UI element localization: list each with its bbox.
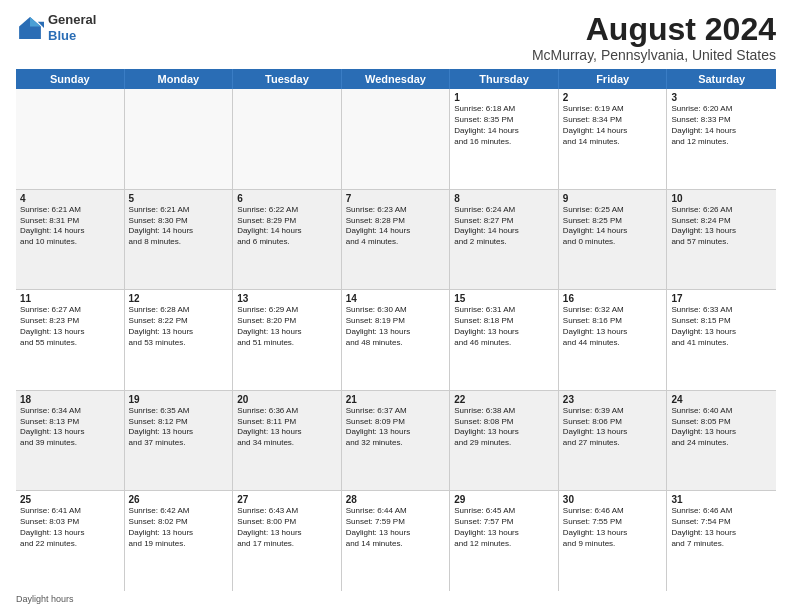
calendar-cell-day-23: 23Sunrise: 6:39 AM Sunset: 8:06 PM Dayli… [559,391,668,491]
day-info: Sunrise: 6:38 AM Sunset: 8:08 PM Dayligh… [454,406,554,449]
day-number: 6 [237,193,337,204]
calendar-cell-day-5: 5Sunrise: 6:21 AM Sunset: 8:30 PM Daylig… [125,190,234,290]
calendar-cell-day-19: 19Sunrise: 6:35 AM Sunset: 8:12 PM Dayli… [125,391,234,491]
day-info: Sunrise: 6:21 AM Sunset: 8:30 PM Dayligh… [129,205,229,248]
day-number: 28 [346,494,446,505]
calendar-cell-day-7: 7Sunrise: 6:23 AM Sunset: 8:28 PM Daylig… [342,190,451,290]
day-info: Sunrise: 6:44 AM Sunset: 7:59 PM Dayligh… [346,506,446,549]
day-number: 22 [454,394,554,405]
calendar-cell-day-25: 25Sunrise: 6:41 AM Sunset: 8:03 PM Dayli… [16,491,125,591]
logo-general: General [48,12,96,28]
day-info: Sunrise: 6:33 AM Sunset: 8:15 PM Dayligh… [671,305,772,348]
day-number: 21 [346,394,446,405]
day-number: 19 [129,394,229,405]
calendar-header: SundayMondayTuesdayWednesdayThursdayFrid… [16,69,776,89]
day-info: Sunrise: 6:37 AM Sunset: 8:09 PM Dayligh… [346,406,446,449]
footer-note: Daylight hours [16,591,776,604]
day-info: Sunrise: 6:30 AM Sunset: 8:19 PM Dayligh… [346,305,446,348]
day-number: 24 [671,394,772,405]
day-info: Sunrise: 6:35 AM Sunset: 8:12 PM Dayligh… [129,406,229,449]
day-number: 29 [454,494,554,505]
logo-icon [16,14,44,42]
day-number: 11 [20,293,120,304]
calendar-cell-empty [233,89,342,189]
calendar-cell-day-8: 8Sunrise: 6:24 AM Sunset: 8:27 PM Daylig… [450,190,559,290]
day-number: 13 [237,293,337,304]
day-info: Sunrise: 6:32 AM Sunset: 8:16 PM Dayligh… [563,305,663,348]
calendar-cell-day-4: 4Sunrise: 6:21 AM Sunset: 8:31 PM Daylig… [16,190,125,290]
day-info: Sunrise: 6:45 AM Sunset: 7:57 PM Dayligh… [454,506,554,549]
day-number: 10 [671,193,772,204]
calendar-cell-day-12: 12Sunrise: 6:28 AM Sunset: 8:22 PM Dayli… [125,290,234,390]
day-number: 23 [563,394,663,405]
day-number: 27 [237,494,337,505]
calendar-cell-day-15: 15Sunrise: 6:31 AM Sunset: 8:18 PM Dayli… [450,290,559,390]
calendar-cell-day-17: 17Sunrise: 6:33 AM Sunset: 8:15 PM Dayli… [667,290,776,390]
title-block: August 2024 McMurray, Pennsylvania, Unit… [532,12,776,63]
day-number: 1 [454,92,554,103]
calendar-cell-day-16: 16Sunrise: 6:32 AM Sunset: 8:16 PM Dayli… [559,290,668,390]
day-info: Sunrise: 6:31 AM Sunset: 8:18 PM Dayligh… [454,305,554,348]
day-info: Sunrise: 6:25 AM Sunset: 8:25 PM Dayligh… [563,205,663,248]
day-number: 3 [671,92,772,103]
calendar-cell-day-1: 1Sunrise: 6:18 AM Sunset: 8:35 PM Daylig… [450,89,559,189]
day-info: Sunrise: 6:29 AM Sunset: 8:20 PM Dayligh… [237,305,337,348]
calendar-row-3: 11Sunrise: 6:27 AM Sunset: 8:23 PM Dayli… [16,290,776,391]
calendar-cell-day-10: 10Sunrise: 6:26 AM Sunset: 8:24 PM Dayli… [667,190,776,290]
day-info: Sunrise: 6:46 AM Sunset: 7:55 PM Dayligh… [563,506,663,549]
day-number: 20 [237,394,337,405]
day-info: Sunrise: 6:27 AM Sunset: 8:23 PM Dayligh… [20,305,120,348]
day-number: 30 [563,494,663,505]
day-info: Sunrise: 6:18 AM Sunset: 8:35 PM Dayligh… [454,104,554,147]
day-info: Sunrise: 6:41 AM Sunset: 8:03 PM Dayligh… [20,506,120,549]
day-info: Sunrise: 6:23 AM Sunset: 8:28 PM Dayligh… [346,205,446,248]
day-number: 2 [563,92,663,103]
main-title: August 2024 [532,12,776,47]
weekday-header-sunday: Sunday [16,69,125,89]
calendar-body: 1Sunrise: 6:18 AM Sunset: 8:35 PM Daylig… [16,89,776,591]
day-number: 31 [671,494,772,505]
calendar-row-5: 25Sunrise: 6:41 AM Sunset: 8:03 PM Dayli… [16,491,776,591]
header: General Blue August 2024 McMurray, Penns… [16,12,776,63]
logo-text: General Blue [48,12,96,43]
calendar-cell-day-20: 20Sunrise: 6:36 AM Sunset: 8:11 PM Dayli… [233,391,342,491]
calendar-cell-day-3: 3Sunrise: 6:20 AM Sunset: 8:33 PM Daylig… [667,89,776,189]
weekday-header-saturday: Saturday [667,69,776,89]
day-number: 25 [20,494,120,505]
calendar-cell-day-27: 27Sunrise: 6:43 AM Sunset: 8:00 PM Dayli… [233,491,342,591]
logo-blue: Blue [48,28,96,44]
day-info: Sunrise: 6:40 AM Sunset: 8:05 PM Dayligh… [671,406,772,449]
day-info: Sunrise: 6:43 AM Sunset: 8:00 PM Dayligh… [237,506,337,549]
day-number: 7 [346,193,446,204]
calendar-cell-day-2: 2Sunrise: 6:19 AM Sunset: 8:34 PM Daylig… [559,89,668,189]
day-number: 4 [20,193,120,204]
weekday-header-thursday: Thursday [450,69,559,89]
calendar-row-4: 18Sunrise: 6:34 AM Sunset: 8:13 PM Dayli… [16,391,776,492]
calendar-cell-day-30: 30Sunrise: 6:46 AM Sunset: 7:55 PM Dayli… [559,491,668,591]
weekday-header-wednesday: Wednesday [342,69,451,89]
day-number: 5 [129,193,229,204]
calendar-row-1: 1Sunrise: 6:18 AM Sunset: 8:35 PM Daylig… [16,89,776,190]
day-info: Sunrise: 6:39 AM Sunset: 8:06 PM Dayligh… [563,406,663,449]
day-info: Sunrise: 6:24 AM Sunset: 8:27 PM Dayligh… [454,205,554,248]
calendar-cell-day-31: 31Sunrise: 6:46 AM Sunset: 7:54 PM Dayli… [667,491,776,591]
calendar-cell-day-13: 13Sunrise: 6:29 AM Sunset: 8:20 PM Dayli… [233,290,342,390]
weekday-header-friday: Friday [559,69,668,89]
day-info: Sunrise: 6:19 AM Sunset: 8:34 PM Dayligh… [563,104,663,147]
day-number: 16 [563,293,663,304]
calendar-cell-day-26: 26Sunrise: 6:42 AM Sunset: 8:02 PM Dayli… [125,491,234,591]
day-number: 9 [563,193,663,204]
calendar-cell-day-14: 14Sunrise: 6:30 AM Sunset: 8:19 PM Dayli… [342,290,451,390]
page: General Blue August 2024 McMurray, Penns… [0,0,792,612]
day-number: 18 [20,394,120,405]
calendar-cell-day-24: 24Sunrise: 6:40 AM Sunset: 8:05 PM Dayli… [667,391,776,491]
calendar-cell-day-18: 18Sunrise: 6:34 AM Sunset: 8:13 PM Dayli… [16,391,125,491]
calendar-cell-empty [125,89,234,189]
calendar-cell-day-22: 22Sunrise: 6:38 AM Sunset: 8:08 PM Dayli… [450,391,559,491]
day-info: Sunrise: 6:34 AM Sunset: 8:13 PM Dayligh… [20,406,120,449]
calendar-cell-day-9: 9Sunrise: 6:25 AM Sunset: 8:25 PM Daylig… [559,190,668,290]
day-info: Sunrise: 6:28 AM Sunset: 8:22 PM Dayligh… [129,305,229,348]
calendar-cell-day-28: 28Sunrise: 6:44 AM Sunset: 7:59 PM Dayli… [342,491,451,591]
day-number: 8 [454,193,554,204]
day-number: 14 [346,293,446,304]
